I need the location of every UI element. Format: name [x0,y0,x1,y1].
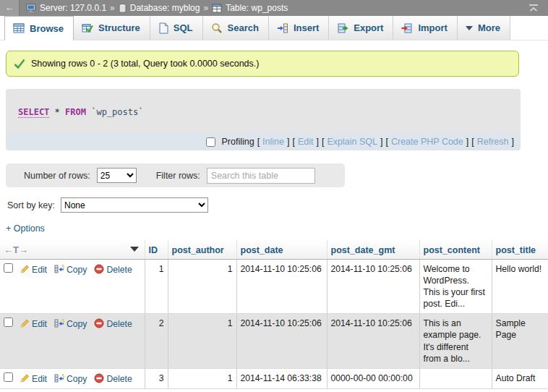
breadcrumb-bar: ← Server: 127.0.0.1 » Database: myblog »… [0,0,548,16]
insert-icon [277,22,288,34]
cell-post-title: Auto Draft [492,368,548,388]
delete-icon [94,264,104,274]
cell-post-author: 1 [168,314,236,368]
sql-query-box: SELECT * FROM `wp_posts` Profiling [ Inl… [6,89,521,150]
bracket: ] [380,137,382,147]
sql-keyword-select[interactable]: SELECT [18,107,49,118]
cell-post-title: Hello world! [492,260,548,314]
copy-row-link[interactable]: Copy [67,374,87,384]
tab-insert[interactable]: Insert [269,16,329,40]
options-toggle-link[interactable]: + Options [6,223,45,234]
copy-row-link[interactable]: Copy [67,319,87,329]
copy-row-link[interactable]: Copy [67,265,87,275]
filter-rows-label: Filter rows: [156,171,200,181]
row-checkbox[interactable] [4,319,13,329]
profiling-label: Profiling [221,137,254,147]
cell-post-author: 1 [168,260,236,314]
column-header-post-title[interactable]: post_title [492,240,548,260]
tab-search[interactable]: Search [203,16,269,40]
edit-row-link[interactable]: Edit [32,319,47,329]
filter-rows-input[interactable] [207,168,315,184]
cell-id: 1 [145,260,168,314]
copy-icon [54,373,64,383]
cell-id: 3 [145,368,168,388]
tab-structure-label: Structure [98,22,140,33]
row-checkbox[interactable] [4,265,13,275]
explain-sql-link[interactable]: Explain SQL [327,137,377,147]
breadcrumb-server-label: Server: 127.0.0.1 [40,3,106,13]
tab-import[interactable]: Import [393,16,457,40]
cell-post-date-gmt: 2014-11-10 10:25:06 [327,314,419,368]
cell-post-content: Welcome to WordPress. This is your first… [419,260,492,314]
cell-post-title: Sample Page [492,314,548,368]
page-size-select[interactable]: 25 [97,168,137,183]
tab-bar: Browse Structure SQL Search Insert Expor… [0,16,548,41]
pencil-icon [20,318,30,328]
breadcrumb-separator: » [203,3,208,13]
database-icon [119,4,127,13]
column-header-post-content[interactable]: post_content [419,240,492,260]
chevron-down-icon [466,26,473,30]
pencil-icon [20,264,30,274]
tab-export[interactable]: Export [329,16,393,40]
edit-query-link[interactable]: Edit [298,137,314,147]
tab-browse-label: Browse [30,23,64,34]
collapse-console-button[interactable] [519,4,548,12]
table-header-row: ←T→ ID post_author post_date post_date_g… [0,240,548,260]
column-header-post-date[interactable]: post_date [236,240,327,260]
breadcrumb-server[interactable]: Server: 127.0.0.1 [26,3,106,13]
edit-row-link[interactable]: Edit [32,265,47,275]
success-message-text: Showing rows 0 - 2 (3 total, Query took … [31,59,259,69]
edit-row-link[interactable]: Edit [32,374,47,384]
column-header-id[interactable]: ID [145,240,168,260]
sort-by-key-label: Sort by key: [7,200,55,210]
server-icon [26,4,36,13]
sort-menu-icon[interactable] [130,247,139,252]
tab-browse[interactable]: Browse [4,16,74,41]
bracket: ] [512,137,514,147]
sql-footer-bar: Profiling [ Inline ] [ Edit ] [ Explain … [6,133,521,150]
column-header-post-author[interactable]: post_author [168,240,236,260]
delete-row-link[interactable]: Delete [106,265,132,275]
collapse-icon [528,4,539,12]
column-actions-header[interactable]: ←T→ [0,240,145,260]
cell-post-date-gmt: 0000-00-00 00:00:00 [327,368,419,388]
refresh-link[interactable]: Refresh [477,137,509,147]
tab-more[interactable]: More [458,16,510,40]
sort-row: Sort by key: None [7,197,548,213]
delete-row-link[interactable]: Delete [106,374,132,384]
delete-row-link[interactable]: Delete [106,319,132,329]
bracket: [ [385,137,388,147]
tab-export-label: Export [354,22,383,33]
row-checkbox[interactable] [4,374,13,384]
breadcrumb-table[interactable]: Table: wp_posts [212,3,288,13]
create-php-code-link[interactable]: Create PHP Code [391,137,463,147]
sql-query-text: SELECT * FROM `wp_posts` [6,89,521,133]
tab-import-label: Import [418,22,447,33]
tab-structure[interactable]: Structure [74,16,150,40]
bracket: [ [257,137,260,147]
pencil-icon [20,373,30,383]
delete-icon [94,373,104,383]
table-icon [212,4,222,13]
tab-sql[interactable]: SQL [150,16,203,40]
bracket: [ [471,137,474,147]
table-row: EditCopyDelete 3 1 2014-11-14 06:33:38 0… [0,368,548,388]
column-header-post-date-gmt[interactable]: post_date_gmt [327,240,419,260]
tab-more-label: More [478,22,500,33]
breadcrumb-database[interactable]: Database: myblog [119,3,200,13]
cell-post-date: 2014-11-10 10:25:06 [236,260,327,314]
breadcrumb-database-label: Database: myblog [130,3,200,13]
bracket: [ [322,137,324,147]
row-actions-cell: EditCopyDelete [0,314,145,368]
breadcrumb: Server: 127.0.0.1 » Database: myblog » T… [20,3,519,13]
sort-by-key-select[interactable]: None [61,197,208,213]
browse-icon [13,22,25,34]
delete-icon [94,318,104,328]
structure-icon [82,22,93,34]
inline-link[interactable]: Inline [262,137,284,147]
tab-insert-label: Insert [294,22,319,33]
breadcrumb-table-label: Table: wp_posts [226,3,288,13]
profiling-checkbox[interactable] [206,137,215,147]
back-button[interactable]: ← [0,0,20,16]
